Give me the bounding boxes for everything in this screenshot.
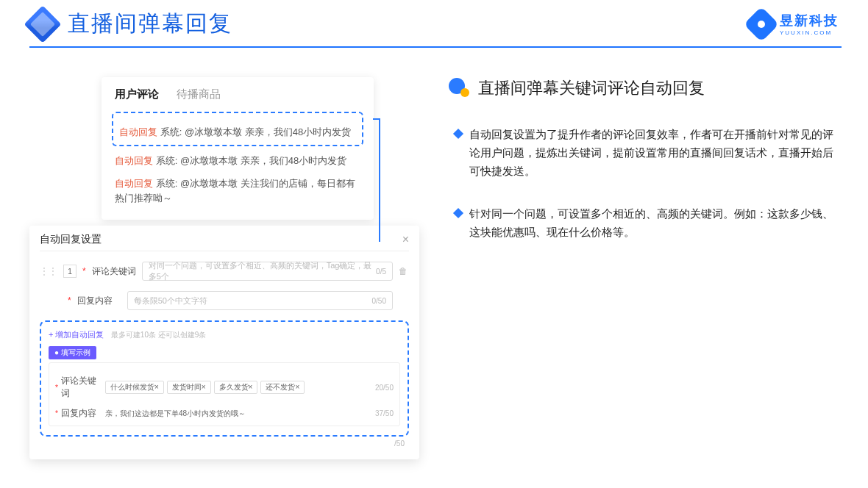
content-input[interactable]: 每条限50个中文字符 0/50: [127, 291, 393, 310]
required-dot: *: [82, 266, 86, 276]
keyword-count: 0/5: [376, 268, 386, 276]
drag-handle-icon[interactable]: ⋮⋮: [40, 266, 57, 276]
add-auto-reply-link[interactable]: + 增加自动回复: [49, 330, 104, 339]
brand-logo: 昱新科技 YUUXIN.COM: [749, 12, 839, 37]
message-text-1: @冰墩墩本墩 亲亲，我们48小时内发货: [185, 126, 351, 137]
keyword-input[interactable]: 对同一个问题，可设置多个相近、高频的关键词，Tag确定，最多5个 0/5: [142, 262, 393, 281]
bullet-text-1: 自动回复设置为了提升作者的评论回复效率，作者可在开播前针对常见的评论用户问题，提…: [469, 126, 839, 180]
label-keyword: 评论关键词: [92, 265, 136, 278]
label-content: 回复内容: [77, 295, 121, 307]
tab-pending-goods[interactable]: 待播商品: [177, 87, 221, 101]
system-label: 系统:: [156, 178, 178, 189]
auto-reply-badge: 自动回复: [119, 126, 157, 137]
section-title: 直播间弹幕关键词评论自动回复: [478, 77, 705, 99]
example-section: + 增加自动回复 最多可建10条 还可以创建9条 ● 填写示例 * 评论关键词 …: [40, 320, 409, 437]
brand-icon: [744, 6, 779, 41]
ex-label-content: 回复内容: [61, 407, 102, 420]
page-title: 直播间弹幕回复: [68, 9, 232, 39]
message-text-2: @冰墩墩本墩 亲亲，我们48小时内发货: [180, 155, 346, 166]
auto-reply-settings-dialog: 自动回复设置 × ⋮⋮ 1 * 评论关键词 对同一个问题，可设置多个相近、高频的…: [29, 226, 419, 459]
trash-icon[interactable]: 🗑: [399, 266, 409, 276]
content-count: 0/50: [372, 297, 386, 305]
brand-domain: YUUXIN.COM: [780, 29, 839, 36]
required-dot: *: [68, 295, 71, 306]
comments-panel: 用户评论 待播商品 自动回复 系统: @冰墩墩本墩 亲亲，我们48小时内发货 自…: [102, 77, 374, 220]
example-tag[interactable]: 发货时间×: [167, 381, 211, 394]
content-placeholder: 每条限50个中文字符: [134, 295, 207, 306]
example-content: 亲，我们这边都是下单48小时内发货的哦～: [105, 409, 246, 419]
system-label: 系统:: [160, 126, 182, 137]
ex-label-keyword: 评论关键词: [61, 375, 102, 400]
header-divider: [29, 46, 842, 48]
example-tag[interactable]: 多久发货×: [214, 381, 258, 394]
auto-reply-badge: 自动回复: [115, 178, 153, 189]
right-description: 直播间弹幕关键词评论自动回复 自动回复设置为了提升作者的评论回复效率，作者可在开…: [449, 70, 839, 267]
example-tag[interactable]: 什么时候发货×: [105, 381, 164, 394]
example-badge: ● 填写示例: [49, 346, 96, 359]
cube-icon: [24, 5, 62, 43]
highlighted-message: 自动回复 系统: @冰墩墩本墩 亲亲，我们48小时内发货: [112, 112, 363, 146]
rule-index: 1: [63, 265, 77, 278]
bullet-diamond-icon: [453, 129, 463, 139]
add-hint: 最多可建10条 还可以创建9条: [111, 331, 206, 339]
system-label: 系统:: [156, 155, 178, 166]
auto-reply-badge: 自动回复: [115, 155, 153, 166]
left-mock-area: 用户评论 待播商品 自动回复 系统: @冰墩墩本墩 亲亲，我们48小时内发货 自…: [29, 70, 419, 267]
bullet-diamond-icon: [453, 208, 463, 218]
brand-name: 昱新科技: [780, 12, 839, 29]
outer-count: /50: [40, 439, 409, 448]
tab-user-comments[interactable]: 用户评论: [115, 87, 159, 101]
example-content-count: 37/50: [375, 409, 394, 417]
chat-bubble-icon: [449, 78, 469, 98]
dialog-title: 自动回复设置: [40, 233, 102, 246]
example-keyword-count: 20/50: [375, 384, 394, 392]
close-icon[interactable]: ×: [402, 233, 409, 246]
header: 直播间弹幕回复 昱新科技 YUUXIN.COM: [0, 0, 868, 39]
keyword-placeholder: 对同一个问题，可设置多个相近、高频的关键词，Tag确定，最多5个: [149, 260, 376, 282]
example-tag[interactable]: 还不发货×: [260, 381, 305, 394]
bullet-text-2: 针对同一个问题，可设置多个相近的、高频的关键词。例如：这款多少钱、这块能优惠吗、…: [469, 205, 839, 242]
